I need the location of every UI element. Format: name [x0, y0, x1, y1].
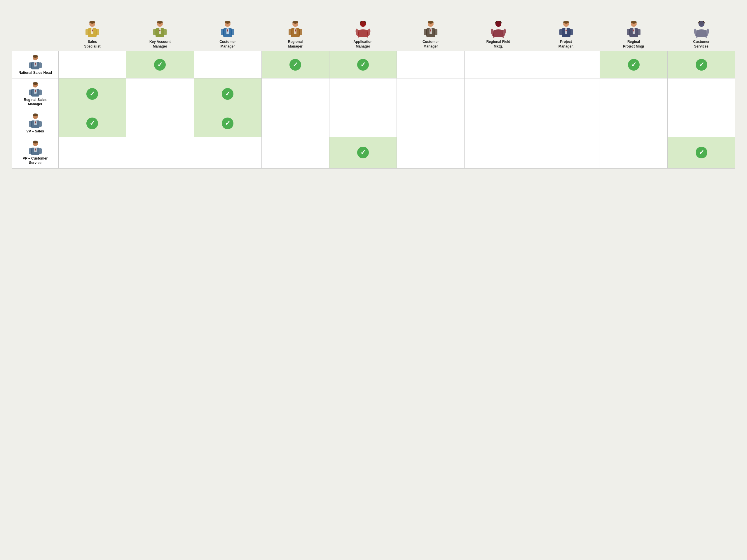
checkmark-national-sales-head-col4: ✓	[357, 59, 369, 71]
row-national-sales-head: National Sales Head ✓ ✓ ✓ ✓ ✓	[12, 51, 735, 78]
svg-rect-19	[221, 29, 224, 35]
row-icon-reginal-sales-manager	[28, 81, 43, 96]
row-label-vp-customer-service: VP – CustomerService	[23, 156, 48, 165]
cell-vp-sales-col0: ✓	[59, 110, 126, 137]
col-label-reginal-project-mngr: ReginalProject Mngr	[623, 40, 644, 49]
svg-point-1	[89, 21, 95, 24]
matrix-body: National Sales Head ✓ ✓ ✓ ✓ ✓	[12, 51, 735, 168]
checkmark-vp-sales-col0: ✓	[86, 117, 98, 129]
cell-vp-sales-col3	[261, 110, 329, 137]
svg-rect-20	[231, 29, 234, 35]
cell-vp-sales-col1	[126, 110, 194, 137]
checkmark-reginal-sales-manager-col2: ✓	[222, 88, 233, 100]
person-icon-application-manager	[354, 20, 372, 38]
row-icon-national-sales-head	[28, 54, 43, 69]
svg-point-34	[428, 21, 434, 24]
checkmark-vp-customer-service-col9: ✓	[696, 147, 707, 158]
col-label-customer-manager: CustomerManager	[220, 40, 236, 49]
checkmark-national-sales-head-col8: ✓	[628, 59, 640, 71]
row-vp-customer-service: VP – CustomerService ✓ ✓	[12, 137, 735, 168]
row-vp-sales: VP – Sales ✓ ✓	[12, 110, 735, 137]
checkmark-national-sales-head-col1: ✓	[154, 59, 166, 71]
col-label-sales-specialist: SalesSpecialist	[84, 40, 100, 49]
svg-rect-5	[85, 29, 88, 35]
svg-rect-57	[627, 29, 630, 35]
column-header-row: SalesSpecialist Key AccountManager	[12, 20, 735, 51]
svg-rect-90	[29, 148, 32, 154]
svg-rect-83	[29, 121, 32, 127]
col-label-key-account-manager: Key AccountManager	[149, 40, 171, 49]
row-label-national-sales-head: National Sales Head	[18, 71, 52, 75]
svg-rect-51	[570, 29, 573, 35]
cell-national-sales-head-col7	[532, 51, 600, 78]
person-icon-customer-services	[693, 20, 710, 38]
cell-national-sales-head-col3: ✓	[261, 51, 329, 78]
col-header-key-account-manager: Key AccountManager	[126, 20, 194, 51]
cell-reginal-sales-manager-col6	[465, 78, 532, 110]
checkmark-reginal-sales-manager-col0: ✓	[86, 88, 98, 100]
svg-rect-84	[39, 121, 42, 127]
svg-rect-12	[153, 29, 156, 35]
svg-rect-50	[559, 29, 562, 35]
svg-rect-76	[29, 89, 32, 96]
col-label-regional-manager: RegionalManager	[288, 40, 303, 49]
cell-reginal-sales-manager-col3	[261, 78, 329, 110]
cell-vp-sales-col7	[532, 110, 600, 137]
col-label-application-manager: ApplicationManager	[353, 40, 372, 49]
cell-national-sales-head-col8: ✓	[600, 51, 668, 78]
cell-vp-customer-service-col3	[261, 137, 329, 168]
cell-vp-customer-service-col9: ✓	[668, 137, 735, 168]
matrix-container: SalesSpecialist Key AccountManager	[12, 20, 735, 168]
svg-point-65	[33, 55, 38, 58]
col-header-application-manager: ApplicationManager	[329, 20, 397, 51]
cell-national-sales-head-col2	[194, 51, 261, 78]
person-icon-reginal-project-mngr	[625, 20, 643, 38]
empty-corner-cell	[12, 20, 59, 51]
col-label-project-manager: ProjectManager.	[559, 40, 574, 49]
svg-point-15	[225, 21, 231, 24]
cell-reginal-sales-manager-col4	[329, 78, 397, 110]
cell-reginal-sales-manager-col1	[126, 78, 194, 110]
row-header-reginal-sales-manager: Reginal SalesManager	[12, 78, 59, 110]
col-header-customer-manager: CustomerManager	[194, 20, 261, 51]
row-header-inner-vp-customer-service: VP – CustomerService	[15, 140, 55, 165]
page-content: SalesSpecialist Key AccountManager	[12, 20, 735, 168]
row-header-inner-reginal-sales-manager: Reginal SalesManager	[15, 81, 55, 107]
raci-matrix: SalesSpecialist Key AccountManager	[12, 20, 735, 168]
person-icon-project-manager	[557, 20, 575, 38]
row-reginal-sales-manager: Reginal SalesManager ✓ ✓	[12, 78, 735, 110]
cell-vp-sales-col4	[329, 110, 397, 137]
cell-reginal-sales-manager-col2: ✓	[194, 78, 261, 110]
svg-rect-39	[435, 29, 437, 35]
svg-point-8	[157, 21, 163, 24]
cell-vp-customer-service-col2	[194, 137, 261, 168]
row-header-inner-vp-sales: VP – Sales	[15, 113, 55, 134]
svg-point-86	[33, 140, 38, 143]
cell-vp-customer-service-col8	[600, 137, 668, 168]
cell-vp-sales-col9	[668, 110, 735, 137]
row-label-reginal-sales-manager: Reginal SalesManager	[24, 98, 46, 107]
row-header-inner-national-sales-head: National Sales Head	[15, 54, 55, 75]
cell-vp-customer-service-col4: ✓	[329, 137, 397, 168]
svg-rect-70	[39, 62, 42, 68]
cell-reginal-sales-manager-col7	[532, 78, 600, 110]
svg-rect-27	[299, 29, 302, 35]
cell-national-sales-head-col6	[465, 51, 532, 78]
col-header-customer-manager2: CustomerManager	[397, 20, 465, 51]
svg-rect-69	[29, 62, 32, 68]
cell-national-sales-head-col5	[397, 51, 465, 78]
svg-rect-77	[39, 89, 42, 96]
row-label-vp-sales: VP – Sales	[26, 129, 44, 134]
svg-rect-6	[96, 29, 99, 35]
cell-vp-customer-service-col5	[397, 137, 465, 168]
cell-vp-customer-service-col1	[126, 137, 194, 168]
col-label-customer-services: CustomerServices	[693, 40, 710, 49]
cell-vp-sales-col8	[600, 110, 668, 137]
col-label-regional-field-mktg: Regional FieldMktg.	[486, 40, 510, 49]
svg-point-72	[33, 82, 38, 85]
svg-point-61	[699, 21, 704, 27]
person-icon-customer-manager	[219, 20, 236, 38]
row-header-national-sales-head: National Sales Head	[12, 51, 59, 78]
person-icon-sales-specialist	[83, 20, 101, 38]
person-icon-customer-manager2	[422, 20, 439, 38]
